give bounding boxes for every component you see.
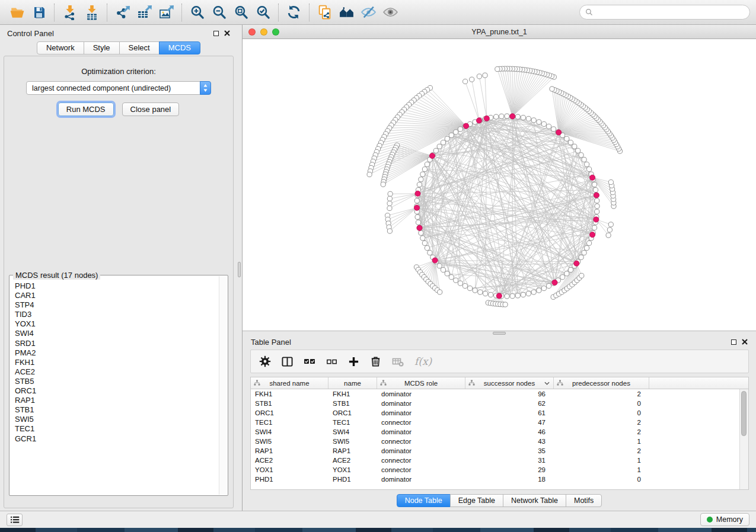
table-panel-close-button[interactable] (742, 339, 748, 345)
table-row[interactable]: SWI4SWI4dominator462 (251, 427, 739, 437)
mcds-result-scrollbar[interactable] (219, 276, 227, 495)
status-menu-button[interactable] (7, 514, 23, 526)
show-all-nodes-edges-button[interactable] (379, 2, 401, 23)
zoom-fit-content-button[interactable] (230, 2, 252, 23)
tab-network-table[interactable]: Network Table (503, 494, 566, 507)
search-box[interactable] (579, 5, 750, 20)
export-table-icon (137, 5, 152, 20)
table-row[interactable]: RAP1RAP1dominator352 (251, 446, 739, 456)
network-canvas[interactable] (243, 39, 756, 331)
table-scrollbar[interactable] (739, 389, 748, 489)
column-header-mcds-role[interactable]: MCDS role (377, 377, 465, 389)
result-node-item[interactable]: ACE2 (15, 367, 219, 377)
result-node-item[interactable]: STB1 (15, 405, 219, 415)
select-stepper-icon (200, 81, 211, 95)
apply-preferred-layout-button[interactable] (283, 2, 305, 23)
delete-columns-button[interactable] (370, 355, 381, 367)
new-network-from-selection-button[interactable] (314, 2, 336, 23)
column-header-label: shared name (269, 380, 309, 387)
table-row[interactable]: YOX1YOX1connector291 (251, 465, 739, 475)
column-header-successor-nodes[interactable]: successor nodes (465, 377, 554, 389)
table-settings-button[interactable] (259, 355, 271, 367)
zoom-out-button[interactable] (208, 2, 230, 23)
save-session-button[interactable] (28, 2, 50, 23)
table-row[interactable]: ORC1ORC1dominator610 (251, 408, 739, 418)
select-all-rows-button[interactable] (304, 357, 315, 366)
optimization-criterion-select[interactable]: largest connected component (undirected) (26, 81, 211, 95)
import-network-from-file-button[interactable] (59, 2, 81, 23)
table-cell: YOX1 (251, 466, 328, 473)
table-cell: 2 (554, 447, 649, 454)
table-row[interactable]: SWI5SWI5connector431 (251, 437, 739, 446)
export-table-button[interactable] (133, 2, 155, 23)
zoom-selected-region-button[interactable] (252, 2, 274, 23)
zoom-in-button[interactable] (186, 2, 208, 23)
export-image-button[interactable] (155, 2, 177, 23)
table-cell: 1 (554, 457, 649, 464)
horizontal-splitter[interactable] (243, 331, 756, 335)
minimize-window-traffic-light[interactable] (260, 28, 267, 36)
create-new-column-button[interactable] (348, 356, 359, 367)
result-node-item[interactable]: GCR1 (15, 434, 219, 444)
vertical-splitter-handle (238, 262, 241, 277)
result-node-item[interactable]: TID3 (15, 310, 219, 319)
table-cell: TEC1 (251, 419, 328, 426)
tab-node-table[interactable]: Node Table (397, 494, 451, 507)
result-node-item[interactable]: YOX1 (15, 319, 219, 329)
tab-select[interactable]: Select (119, 41, 160, 55)
table-panel-float-button[interactable] (731, 339, 736, 345)
run-mcds-button[interactable]: Run MCDS (58, 102, 114, 116)
search-input[interactable] (596, 8, 744, 17)
first-neighbors-of-selected-button[interactable] (336, 2, 358, 23)
table-row[interactable]: FKH1FKH1dominator962 (251, 389, 739, 399)
tab-motifs[interactable]: Motifs (566, 494, 602, 507)
result-node-item[interactable]: RAP1 (15, 396, 219, 405)
result-node-item[interactable]: SWI5 (15, 415, 219, 424)
column-header-shared-name[interactable]: shared name (251, 377, 328, 389)
network-window-title: YPA_prune.txt_1 (243, 28, 756, 36)
result-node-item[interactable]: STP4 (15, 300, 219, 310)
network-graph[interactable] (243, 39, 756, 331)
table-cell: 2 (554, 419, 649, 426)
toggle-panel-layout-button[interactable] (282, 356, 293, 367)
result-node-item[interactable]: PHD1 (15, 281, 219, 291)
control-panel-close-button[interactable] (224, 30, 230, 36)
tab-mcds[interactable]: MCDS (159, 41, 200, 55)
result-node-item[interactable]: SRD1 (15, 339, 219, 348)
table-row[interactable]: ACE2ACE2connector311 (251, 456, 739, 465)
memory-button[interactable]: Memory (700, 513, 749, 526)
main-area: Control Panel NetworkStyleSelectMCDS Opt… (0, 25, 756, 511)
maximize-window-traffic-light[interactable] (272, 28, 279, 36)
export-network-button[interactable] (111, 2, 133, 23)
result-node-item[interactable]: CAR1 (15, 291, 219, 300)
tab-edge-table[interactable]: Edge Table (450, 494, 503, 507)
import-table-from-file-button[interactable] (81, 2, 103, 23)
table-cell: connector (377, 438, 465, 445)
column-header-name[interactable]: name (328, 377, 377, 389)
tab-style[interactable]: Style (84, 41, 120, 55)
control-panel-tabs: NetworkStyleSelectMCDS (0, 41, 237, 55)
control-panel-float-button[interactable] (213, 31, 219, 36)
result-node-item[interactable]: PMA2 (15, 348, 219, 358)
open-file-button[interactable] (6, 2, 28, 23)
result-node-item[interactable]: TEC1 (15, 424, 219, 434)
table-cell: PHD1 (251, 476, 328, 483)
table-row[interactable]: PHD1PHD1dominator180 (251, 475, 739, 484)
result-node-item[interactable]: STB5 (15, 377, 219, 386)
table-row[interactable]: TEC1TEC1connector472 (251, 418, 739, 427)
tab-network[interactable]: Network (37, 41, 84, 55)
table-scrollbar-thumb[interactable] (741, 391, 747, 436)
hide-selected-button[interactable] (358, 2, 379, 23)
table-cell: SWI5 (328, 438, 377, 445)
mcds-result-list[interactable]: PHD1CAR1STP4TID3YOX1SWI4SRD1PMA2FKH1ACE2… (10, 276, 219, 495)
deselect-all-rows-button[interactable] (326, 357, 337, 366)
result-node-item[interactable]: ORC1 (15, 386, 219, 396)
vertical-splitter[interactable] (237, 25, 242, 511)
table-row[interactable]: STB1STB1dominator620 (251, 399, 739, 408)
table-cell: 61 (465, 409, 554, 416)
result-node-item[interactable]: FKH1 (15, 358, 219, 367)
close-mcds-panel-button[interactable]: Close panel (122, 102, 180, 116)
close-window-traffic-light[interactable] (248, 28, 256, 36)
result-node-item[interactable]: SWI4 (15, 329, 219, 338)
column-header-predecessor-nodes[interactable]: predecessor nodes (554, 377, 649, 389)
